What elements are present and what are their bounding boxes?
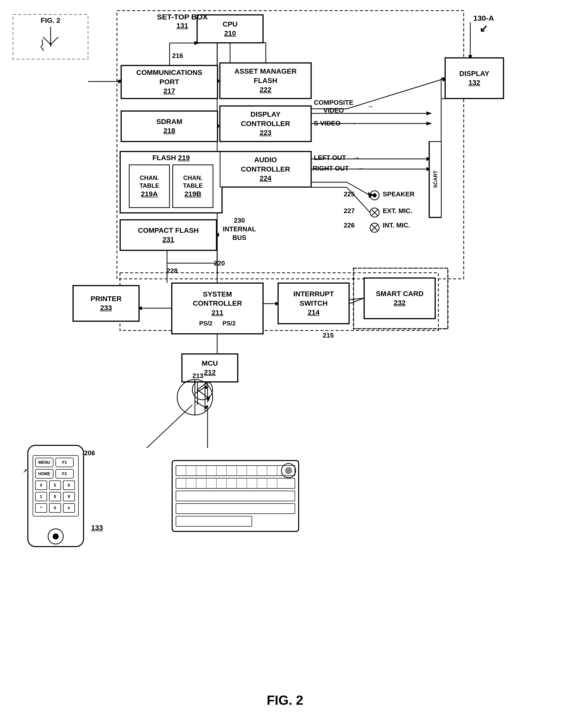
comm-port-label: COMMUNICATIONSPORT [136, 68, 203, 86]
svg-marker-112 [204, 385, 208, 389]
ref-226: 226 [344, 222, 355, 229]
scart-box: SCART [429, 141, 442, 218]
svg-point-24 [372, 193, 377, 198]
chan-table-a-box: CHAN.TABLE 219A [129, 164, 170, 208]
svg-text:5: 5 [54, 483, 56, 487]
interrupt-switch-ref: 214 [308, 308, 320, 317]
fig-label-text: FIG. 2 [267, 693, 303, 708]
ir-symbol [172, 374, 218, 420]
audio-controller-box: AUDIOCONTROLLER 224 [220, 151, 311, 187]
svg-point-143 [53, 533, 59, 539]
svg-text:*: * [40, 506, 42, 510]
display-controller-label: DISPLAYCONTROLLER [241, 110, 290, 128]
svg-line-72 [347, 78, 445, 109]
svg-text:8: 8 [54, 494, 56, 499]
chan-table-b-box: CHAN.TABLE 219B [172, 164, 213, 208]
ps2-label-1: PS/2 [199, 319, 212, 327]
internet-box: FIG. 2 [13, 15, 88, 59]
ref-215: 215 [323, 332, 334, 339]
mcu-label: MCU [202, 359, 218, 368]
svg-marker-113 [204, 405, 208, 409]
ref-228: 228 [167, 267, 178, 275]
comm-port-box: COMMUNICATIONSPORT 217 [121, 65, 218, 99]
printer-box: PRINTER 233 [73, 286, 139, 321]
svg-line-109 [195, 387, 205, 393]
internet-label: FIG. 2 [41, 16, 60, 25]
svg-text:F1: F1 [62, 460, 67, 464]
system-controller-label: SYSTEMCONTROLLER [193, 290, 242, 308]
svg-text:6: 6 [68, 483, 70, 487]
svg-marker-75 [426, 122, 432, 125]
smart-card-ref: 232 [394, 298, 406, 307]
scart-label: SCART [432, 171, 439, 188]
remote-control: MENU F1 HOME F2 4 5 6 1 8 9 * 0 # ↗ [15, 430, 157, 557]
speaker-label: SPEAKER [383, 190, 414, 198]
chan-table-a-ref: 219A [141, 190, 158, 199]
svg-text:HOME: HOME [38, 472, 50, 476]
display-label: DISPLAY [460, 69, 490, 78]
fig-label: FIG. 2 [0, 693, 570, 708]
svg-text:F2: F2 [62, 472, 67, 476]
display-controller-box: DISPLAYCONTROLLER 223 [220, 106, 311, 142]
interrupt-switch-box: INTERRUPTSWITCH 214 [278, 283, 349, 324]
display-box: DISPLAY 132 [445, 58, 504, 99]
svg-text:#: # [68, 506, 70, 510]
right-out-label: RIGHT OUT [313, 164, 349, 172]
audio-controller-ref: 224 [260, 174, 272, 183]
flash-label: FLASH 219 [153, 153, 190, 162]
svg-line-26 [371, 209, 378, 216]
flash-box: FLASH 219 CHAN.TABLE 219A CHAN.TABLE 219… [120, 151, 222, 213]
svg-line-29 [371, 225, 378, 231]
svg-line-110 [195, 401, 205, 407]
cpu-label: CPU [223, 20, 237, 29]
system-controller-box: SYSTEMCONTROLLER 211 PS/2 PS/2 [172, 283, 263, 334]
internal-bus-label: 230INTERNALBUS [223, 216, 256, 242]
svg-marker-82 [368, 192, 373, 198]
ref-225: 225 [344, 190, 355, 198]
ref-216: 216 [172, 52, 183, 60]
chan-table-b-ref: 219B [185, 190, 202, 199]
cpu-ref: 210 [224, 29, 236, 38]
composite-video-label: COMPOSITEVIDEO [314, 99, 353, 114]
printer-label: PRINTER [91, 294, 122, 303]
ref-130a: 130-A ↙ [473, 14, 494, 34]
svg-text:1: 1 [40, 494, 42, 499]
ref-220: 220 [214, 259, 225, 267]
svg-line-30 [371, 225, 378, 231]
compact-flash-box: COMPACT FLASH 231 [120, 220, 217, 251]
sdram-box: SDRAM 218 [121, 111, 218, 142]
asset-manager-label: ASSET MANAGERFLASH [234, 67, 297, 85]
printer-ref: 233 [100, 303, 112, 313]
asset-manager-ref: 222 [260, 85, 272, 94]
asset-manager-box: ASSET MANAGERFLASH 222 [220, 63, 311, 99]
compact-flash-label: COMPACT FLASH [138, 226, 199, 235]
chan-table-b-label: CHAN.TABLE [183, 174, 203, 190]
svg-text:↗: ↗ [23, 468, 27, 474]
svg-point-28 [370, 223, 379, 232]
s-video-label: S VIDEO [314, 119, 340, 127]
diagram-container: FIG. 2 CPU 210 SET-TOP BOX131 130-A ↙ CO… [0, 0, 570, 728]
int-mic-label: INT. MIC. [383, 222, 410, 229]
compact-flash-ref: 231 [163, 235, 175, 244]
system-controller-ref: 211 [212, 308, 224, 317]
left-out-label: LEFT OUT [314, 154, 346, 162]
svg-point-25 [370, 208, 379, 217]
smart-card-label: SMART CARD [376, 289, 423, 298]
comm-port-ref: 217 [164, 86, 176, 96]
sdram-ref: 218 [164, 126, 176, 135]
svg-text:4: 4 [40, 483, 42, 487]
sdram-label: SDRAM [157, 117, 183, 126]
smart-card-box: SMART CARD 232 [364, 278, 436, 319]
display-controller-ref: 223 [260, 128, 272, 137]
audio-controller-label: AUDIOCONTROLLER [241, 155, 290, 174]
display-ref: 132 [469, 78, 481, 87]
svg-point-23 [370, 191, 379, 200]
ext-mic-label: EXT. MIC. [383, 207, 412, 215]
set-top-box-label: SET-TOP BOX131 [157, 13, 208, 30]
chan-table-a-label: CHAN.TABLE [139, 174, 159, 190]
svg-line-27 [371, 209, 378, 216]
interrupt-switch-label: INTERRUPTSWITCH [293, 290, 334, 308]
ref-227: 227 [344, 207, 355, 215]
ps2-label-2: PS/2 [223, 319, 236, 327]
svg-marker-70 [426, 111, 432, 115]
